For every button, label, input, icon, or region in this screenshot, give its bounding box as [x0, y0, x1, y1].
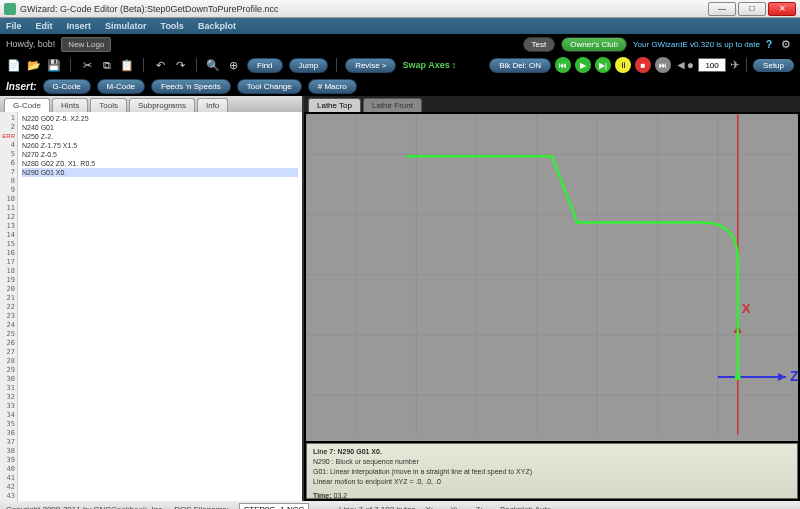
owners-club-button[interactable]: Owner's Club — [561, 37, 627, 52]
left-panel: G-Code Hints Tools Subprograms Info 12ER… — [0, 96, 302, 501]
insert-label: Insert: — [6, 81, 37, 92]
info-motion: Linear motion to endpoint XYZ = .0, .0, … — [313, 477, 791, 487]
insert-gcode-button[interactable]: G-Code — [43, 79, 91, 94]
time-value: 03.2 — [334, 492, 348, 499]
menu-tools[interactable]: Tools — [161, 21, 184, 31]
greeting: Howdy, bob! — [6, 39, 55, 49]
plane-icon: ✈ — [730, 58, 740, 72]
insert-feeds-button[interactable]: Feeds 'n Speeds — [151, 79, 231, 94]
code-line-selected: N290 G01 X0. — [22, 168, 298, 177]
titlebar: GWizard: G-Code Editor (Beta):Step0GetDo… — [0, 0, 800, 18]
backplot-status: Backplot: Auto — [500, 505, 551, 510]
menu-backplot[interactable]: Backplot — [198, 21, 236, 31]
blk-del-button[interactable]: Blk Del: ON — [489, 58, 551, 73]
code-line: N240 G01 — [22, 123, 298, 132]
menu-edit[interactable]: Edit — [36, 21, 53, 31]
line-status: Line: 7 of 7 102 bytes — [339, 505, 416, 510]
play-button[interactable]: ▶ — [575, 57, 591, 73]
x-status: X: -- — [426, 505, 441, 510]
x-axis-label: X — [742, 301, 751, 316]
cut-icon[interactable]: ✂ — [79, 57, 95, 73]
info-block: N290 : Block or sequence number — [313, 457, 791, 467]
save-icon[interactable]: 💾 — [46, 57, 62, 73]
code-line: N220 G00 Z-5. X2.25 — [22, 114, 298, 123]
undo-icon[interactable]: ↶ — [152, 57, 168, 73]
code-text[interactable]: N220 G00 Z-5. X2.25 N240 G01 N250 Z-2. N… — [18, 112, 302, 501]
window-title: GWizard: G-Code Editor (Beta):Step0GetDo… — [20, 4, 708, 14]
right-panel: Lathe Top Lathe Front Z X — [302, 96, 800, 501]
dosfile-label: DOS Filename: — [174, 505, 229, 510]
redo-icon[interactable]: ↷ — [172, 57, 188, 73]
statusbar: Copyright 2008-2011 by CNCCookbook, Inc.… — [0, 501, 800, 509]
paste-icon[interactable]: 📋 — [119, 57, 135, 73]
forward-button[interactable]: ⏭ — [655, 57, 671, 73]
swap-axes-button[interactable]: Swap Axes ↕ — [402, 60, 456, 70]
copyright: Copyright 2008-2011 by CNCCookbook, Inc. — [6, 505, 164, 510]
insert-toolchange-button[interactable]: Tool Change — [237, 79, 302, 94]
plot-svg: Z X — [306, 114, 798, 435]
speed-input[interactable] — [698, 58, 726, 72]
info-panel: Line 7: N290 G01 X0. N290 : Block or seq… — [306, 443, 798, 499]
tab-tools[interactable]: Tools — [90, 98, 127, 112]
time-label: Time: — [313, 492, 332, 499]
jump-button[interactable]: Jump — [289, 58, 329, 73]
pause-button[interactable]: ⏸ — [615, 57, 631, 73]
rewind-button[interactable]: ⏮ — [555, 57, 571, 73]
y-status: Y: -- — [451, 505, 466, 510]
maximize-button[interactable]: □ — [738, 2, 766, 16]
left-tabs: G-Code Hints Tools Subprograms Info — [0, 96, 302, 112]
toolpath — [406, 156, 737, 377]
code-line: N260 Z-1.75 X1.5 — [22, 141, 298, 150]
code-line: N270 Z-0.5 — [22, 150, 298, 159]
stop-button[interactable]: ■ — [635, 57, 651, 73]
open-icon[interactable]: 📂 — [26, 57, 42, 73]
menu-simulator[interactable]: Simulator — [105, 21, 147, 31]
new-logo-button[interactable]: New Logo — [61, 37, 111, 52]
tab-hints[interactable]: Hints — [52, 98, 88, 112]
settings-icon[interactable]: ⚙ — [778, 36, 794, 52]
tab-gcode[interactable]: G-Code — [4, 98, 50, 112]
tab-lathe-top[interactable]: Lathe Top — [308, 98, 361, 112]
test-button[interactable]: Test — [523, 37, 556, 52]
z-axis-label: Z — [790, 368, 798, 384]
line-gutter: 12ERR45678910111213141516171819202122232… — [0, 112, 18, 501]
code-line: N250 Z-2. — [22, 132, 298, 141]
version-text: Your GWizardE v0.320 is up to date — [633, 40, 760, 49]
revise-button[interactable]: Revise > — [345, 58, 396, 73]
insert-macro-button[interactable]: # Macro — [308, 79, 357, 94]
zoom-icon[interactable]: 🔍 — [205, 57, 221, 73]
view-tabs: Lathe Top Lathe Front — [304, 96, 800, 112]
menubar: File Edit Insert Simulator Tools Backplo… — [0, 18, 800, 34]
insert-mcode-button[interactable]: M-Code — [97, 79, 145, 94]
tab-subprograms[interactable]: Subprograms — [129, 98, 195, 112]
minimize-button[interactable]: — — [708, 2, 736, 16]
info-bar: Howdy, bob! New Logo Test Owner's Club Y… — [0, 34, 800, 54]
tab-info[interactable]: Info — [197, 98, 228, 112]
insert-bar: Insert: G-Code M-Code Feeds 'n Speeds To… — [0, 76, 800, 96]
main-area: G-Code Hints Tools Subprograms Info 12ER… — [0, 96, 800, 501]
toolpath-endpoint — [735, 374, 741, 380]
copy-icon[interactable]: ⧉ — [99, 57, 115, 73]
z-status: Z: -- — [475, 505, 490, 510]
close-button[interactable]: ✕ — [768, 2, 796, 16]
info-gcode: G01: Linear interpolation (move in a str… — [313, 467, 791, 477]
menu-file[interactable]: File — [6, 21, 22, 31]
setup-button[interactable]: Setup — [753, 59, 794, 72]
code-line: N280 G02 Z0. X1. R0.5 — [22, 159, 298, 168]
app-icon — [4, 3, 16, 15]
svg-marker-12 — [778, 373, 786, 381]
window-controls: — □ ✕ — [708, 2, 796, 16]
menu-insert[interactable]: Insert — [67, 21, 92, 31]
find-button[interactable]: Find — [247, 58, 283, 73]
code-editor[interactable]: 12ERR45678910111213141516171819202122232… — [0, 112, 302, 501]
fish-icon: ◄● — [675, 58, 694, 72]
zoom-fit-icon[interactable]: ⊕ — [225, 57, 241, 73]
new-icon[interactable]: 📄 — [6, 57, 22, 73]
help-button[interactable]: ? — [766, 39, 772, 50]
backplot-canvas[interactable]: Z X — [306, 114, 798, 441]
info-line-header: Line 7: N290 G01 X0. — [313, 448, 382, 455]
tab-lathe-front[interactable]: Lathe Front — [363, 98, 422, 112]
step-button[interactable]: ▶| — [595, 57, 611, 73]
dosfile-input[interactable] — [239, 503, 309, 509]
main-toolbar: 📄 📂 💾 ✂ ⧉ 📋 ↶ ↷ 🔍 ⊕ Find Jump Revise > S… — [0, 54, 800, 76]
